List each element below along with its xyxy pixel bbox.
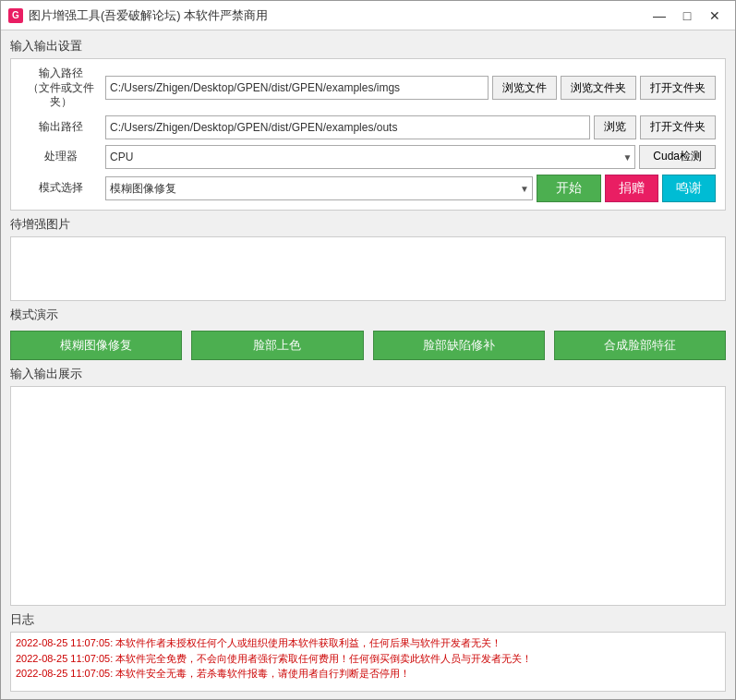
window-controls: — □ ✕ [646,6,728,26]
io-display-box [10,386,726,606]
mode-demo-btn-2[interactable]: 脸部上色 [191,331,363,360]
io-display-section: 输入输出展示 [10,366,726,606]
processor-select-wrapper: CPU GPU ▼ [105,145,635,169]
log-box[interactable]: 2022-08-25 11:07:05: 本软件作者未授权任何个人或组织使用本软… [10,632,726,692]
browse-button[interactable]: 浏览 [594,115,636,139]
mode-demo-title: 模式演示 [10,307,726,323]
io-settings-title: 输入输出设置 [10,38,726,54]
output-path-row: 输出路径 浏览 打开文件夹 [20,115,716,139]
mode-row: 模式选择 模糊图像修复 脸部上色 脸部缺陷修补 合成脸部特征 ▼ 开始 捐赠 鸣… [20,175,716,202]
input-path-field[interactable] [105,76,489,100]
window-title: 图片增强工具(吾爱破解论坛) 本软件严禁商用 [29,7,646,24]
output-path-label: 输出路径 [20,120,102,135]
image-preview-title: 待增强图片 [10,216,726,233]
processor-select[interactable]: CPU GPU [105,145,635,169]
open-folder-button-1[interactable]: 打开文件夹 [640,76,716,100]
main-content: 输入输出设置 输入路径 （文件或文件夹） 浏览文件 浏览文件夹 打开文件夹 输出… [1,30,735,699]
log-line: 2022-08-25 11:07:05: 本软件作者未授权任何个人或组织使用本软… [16,635,720,651]
main-window: G 图片增强工具(吾爱破解论坛) 本软件严禁商用 — □ ✕ 输入输出设置 输入… [0,0,736,700]
start-button[interactable]: 开始 [537,175,601,202]
mode-demo-btn-4[interactable]: 合成脸部特征 [554,331,726,360]
thanks-button[interactable]: 鸣谢 [662,175,716,202]
log-title: 日志 [10,611,726,628]
title-bar: G 图片增强工具(吾爱破解论坛) 本软件严禁商用 — □ ✕ [1,1,735,30]
input-path-label: 输入路径 （文件或文件夹） [20,66,102,110]
minimize-button[interactable]: — [646,6,672,26]
input-path-row: 输入路径 （文件或文件夹） 浏览文件 浏览文件夹 打开文件夹 [20,66,716,110]
close-button[interactable]: ✕ [702,6,728,26]
mode-demo-buttons: 模糊图像修复 脸部上色 脸部缺陷修补 合成脸部特征 [10,331,726,360]
cuda-detect-button[interactable]: Cuda检测 [639,145,716,169]
image-preview-section: 待增强图片 [10,216,726,301]
donate-button[interactable]: 捐赠 [605,175,658,202]
log-line: 2022-08-25 11:07:05: 本软件安全无毒，若杀毒软件报毒，请使用… [16,666,720,682]
mode-demo-btn-3[interactable]: 脸部缺陷修补 [373,331,545,360]
mode-label: 模式选择 [20,181,102,196]
image-preview-box [10,236,726,301]
open-folder-button-2[interactable]: 打开文件夹 [640,115,716,139]
log-line: 2022-08-25 11:07:05: 本软件完全免费，不会向使用者强行索取任… [16,651,720,667]
processor-label: 处理器 [20,150,102,164]
processor-row: 处理器 CPU GPU ▼ Cuda检测 [20,145,716,169]
mode-select-wrapper: 模糊图像修复 脸部上色 脸部缺陷修补 合成脸部特征 ▼ [105,176,533,200]
browse-folder-button[interactable]: 浏览文件夹 [561,76,636,100]
browse-file-button[interactable]: 浏览文件 [492,76,557,100]
maximize-button[interactable]: □ [674,6,700,26]
log-section: 日志 2022-08-25 11:07:05: 本软件作者未授权任何个人或组织使… [10,611,726,692]
app-icon: G [8,8,23,23]
mode-select[interactable]: 模糊图像修复 脸部上色 脸部缺陷修补 合成脸部特征 [105,176,533,200]
io-settings-panel: 输入路径 （文件或文件夹） 浏览文件 浏览文件夹 打开文件夹 输出路径 浏览 打… [10,58,726,211]
mode-demo-section: 模式演示 模糊图像修复 脸部上色 脸部缺陷修补 合成脸部特征 [10,307,726,360]
io-display-title: 输入输出展示 [10,366,726,382]
mode-demo-btn-1[interactable]: 模糊图像修复 [10,331,182,360]
io-settings-section: 输入输出设置 输入路径 （文件或文件夹） 浏览文件 浏览文件夹 打开文件夹 输出… [10,38,726,211]
output-path-field[interactable] [105,115,590,139]
